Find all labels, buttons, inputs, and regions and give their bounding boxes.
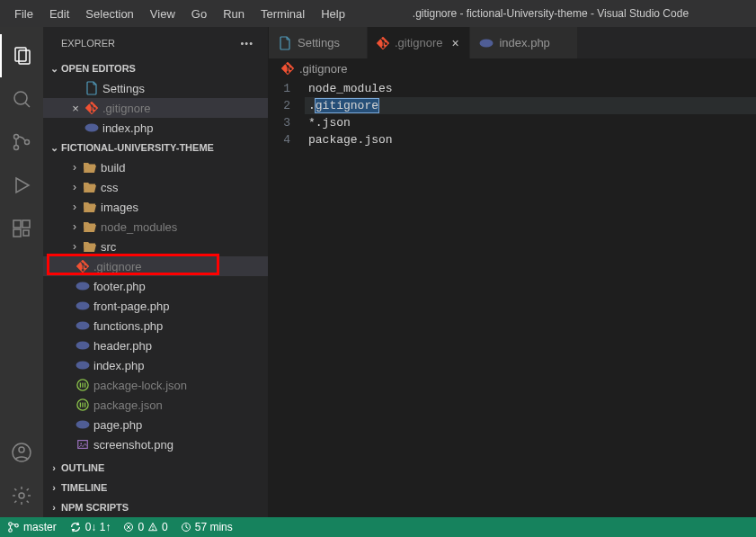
branch-name: master — [23, 521, 57, 533]
errors-count: 0 — [138, 521, 144, 533]
editor-tab[interactable]: .gitignore× — [368, 27, 470, 58]
settings-gear-icon[interactable] — [0, 474, 43, 517]
editor-tab[interactable]: Settings — [269, 27, 368, 58]
menu-bar: FileEditSelectionViewGoRunTerminalHelp — [7, 4, 352, 24]
line-gutter: 1234 — [269, 78, 305, 517]
git-icon — [74, 260, 92, 273]
php-icon — [83, 122, 101, 133]
file-label: package.json — [92, 398, 163, 412]
chevron-right-icon: › — [68, 181, 81, 193]
file-label: page.php — [92, 418, 142, 432]
svg-rect-11 — [23, 230, 29, 236]
svg-point-4 — [14, 135, 19, 139]
file-label: front-page.php — [92, 300, 170, 313]
folder-label: css — [99, 181, 119, 194]
folder-label: src — [99, 240, 116, 254]
open-editors-header[interactable]: ⌄ OPEN EDITORS — [43, 58, 268, 78]
file-item[interactable]: footer.php — [43, 276, 268, 296]
file-item[interactable]: single.php — [43, 454, 268, 458]
svg-rect-8 — [13, 220, 21, 228]
open-editor-item[interactable]: ×.gitignore — [43, 98, 268, 118]
file-item[interactable]: front-page.php — [43, 296, 268, 316]
svg-point-23 — [76, 421, 90, 429]
titlebar: FileEditSelectionViewGoRunTerminalHelp .… — [0, 0, 756, 27]
branch-status[interactable]: master — [7, 521, 57, 533]
file-item[interactable]: screenshot.png — [43, 434, 268, 454]
file-item[interactable]: package.json — [43, 395, 268, 415]
time-status[interactable]: 57 mins — [181, 521, 233, 533]
accounts-icon[interactable] — [0, 431, 43, 474]
php-icon — [74, 281, 92, 291]
editor-tab[interactable]: index.php — [470, 27, 577, 58]
chevron-right-icon: › — [68, 240, 81, 253]
more-icon[interactable]: ••• — [240, 38, 253, 49]
menu-file[interactable]: File — [7, 4, 40, 24]
settings-file-icon — [278, 36, 292, 50]
code-line[interactable]: .gitignore — [305, 97, 756, 114]
folder-item[interactable]: ›build — [43, 157, 268, 177]
run-debug-icon[interactable] — [0, 164, 43, 207]
open-editor-item[interactable]: index.php — [43, 118, 268, 138]
code-lines[interactable]: node_modules.gitignore*.jsonpackage.json — [305, 78, 756, 517]
git-icon — [281, 62, 294, 75]
folder-item[interactable]: ›css — [43, 177, 268, 197]
search-icon[interactable] — [0, 77, 43, 121]
file-item[interactable]: page.php — [43, 415, 268, 434]
extensions-icon[interactable] — [0, 207, 43, 250]
explorer-icon[interactable] — [0, 34, 43, 77]
time-text: 57 mins — [195, 521, 233, 533]
file-item[interactable]: .gitignore — [43, 256, 268, 276]
svg-point-16 — [76, 282, 90, 291]
close-icon[interactable]: × — [68, 102, 83, 115]
menu-view[interactable]: View — [143, 4, 182, 24]
breadcrumb-file: .gitignore — [299, 62, 347, 76]
code-editor[interactable]: 1234 node_modules.gitignore*.jsonpackage… — [269, 78, 756, 517]
svg-point-28 — [9, 523, 13, 526]
source-control-icon[interactable] — [0, 121, 43, 164]
file-item[interactable]: package-lock.json — [43, 375, 268, 395]
git-icon — [377, 37, 389, 49]
npm-scripts-header[interactable]: › NPM SCRIPTS — [43, 497, 268, 517]
svg-rect-10 — [13, 229, 21, 237]
svg-point-5 — [14, 146, 19, 150]
breadcrumb[interactable]: .gitignore — [269, 58, 756, 78]
folder-item[interactable]: ›images — [43, 197, 268, 217]
code-line[interactable]: package.json — [305, 131, 756, 148]
code-line[interactable]: node_modules — [305, 80, 756, 97]
file-label: header.php — [92, 339, 152, 353]
folder-item[interactable]: ›node_modules — [43, 217, 268, 237]
code-line[interactable]: *.json — [305, 114, 756, 131]
menu-terminal[interactable]: Terminal — [253, 4, 312, 24]
menu-go[interactable]: Go — [184, 4, 214, 24]
folder-item[interactable]: ›src — [43, 237, 268, 256]
menu-edit[interactable]: Edit — [42, 4, 76, 24]
file-item[interactable]: index.php — [43, 355, 268, 375]
outline-label: OUTLINE — [61, 462, 104, 473]
line-number: 4 — [269, 131, 305, 148]
outline-header[interactable]: › OUTLINE — [43, 458, 268, 478]
file-label: Settings — [101, 82, 145, 95]
svg-point-27 — [480, 39, 494, 47]
timeline-header[interactable]: › TIMELINE — [43, 478, 268, 497]
sync-status[interactable]: 0↓ 1↑ — [69, 521, 111, 533]
close-icon[interactable]: × — [448, 36, 462, 50]
sidebar: EXPLORER ••• ⌄ OPEN EDITORS Settings×.gi… — [43, 27, 269, 517]
folder-icon — [81, 181, 99, 193]
open-editor-item[interactable]: Settings — [43, 78, 268, 98]
timeline-label: TIMELINE — [61, 482, 107, 493]
menu-selection[interactable]: Selection — [78, 4, 140, 24]
file-item[interactable]: functions.php — [43, 316, 268, 336]
project-header[interactable]: ⌄ FICTIONAL-UNIVERSITY-THEME — [43, 138, 268, 157]
menu-run[interactable]: Run — [216, 4, 252, 24]
chevron-right-icon: › — [47, 482, 61, 493]
editor-area: Settings.gitignore×index.php .gitignore … — [269, 27, 756, 517]
status-bar: master 0↓ 1↑ 0 0 57 mins — [0, 517, 756, 537]
tab-bar: Settings.gitignore×index.php — [269, 27, 756, 58]
problems-status[interactable]: 0 0 — [123, 521, 167, 533]
tab-label: .gitignore — [395, 36, 442, 49]
npm-icon — [74, 379, 92, 391]
svg-point-25 — [80, 443, 82, 444]
menu-help[interactable]: Help — [314, 4, 352, 24]
file-item[interactable]: header.php — [43, 336, 268, 355]
folder-label: build — [99, 161, 125, 175]
